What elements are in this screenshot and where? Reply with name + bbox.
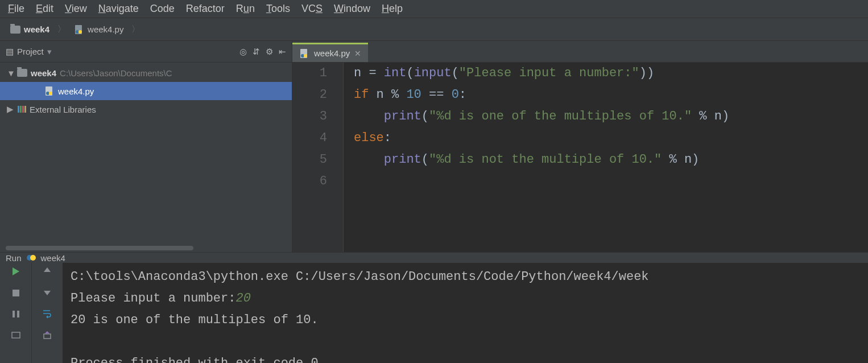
expand-arrow-icon[interactable]: ▶ (7, 104, 14, 114)
run-title: Run (6, 253, 22, 263)
code-text: n % (369, 88, 406, 102)
console-user-input: 20 (235, 291, 250, 306)
console-prompt: Please input a number: (71, 291, 235, 306)
svg-marker-21 (44, 291, 51, 295)
editor-tab-bar: week4.py ✕ (292, 41, 868, 63)
menu-help[interactable]: Help (376, 1, 408, 17)
run-toolbar-secondary (31, 263, 63, 363)
code-text: : (459, 88, 466, 102)
code-content[interactable]: n = int(input("Please input a number:"))… (344, 63, 868, 252)
breadcrumb-folder-label: week4 (24, 24, 49, 34)
pause-icon[interactable] (11, 310, 20, 320)
svg-marker-20 (44, 267, 51, 272)
run-header: Run week4 (0, 253, 868, 263)
up-arrow-icon[interactable] (43, 266, 52, 277)
code-string: "%d is not the multiple of 10." (429, 152, 662, 167)
project-sidebar: ▤ Project ▾ ◎ ⇵ ⚙ ⇤ ▼ week4 C:\Users\Jas… (0, 41, 292, 252)
menu-tools[interactable]: Tools (261, 1, 296, 17)
menu-run[interactable]: Run (230, 1, 261, 17)
breadcrumb: week4 〉 week4.py 〉 (0, 18, 868, 41)
svg-rect-6 (18, 106, 19, 113)
svg-rect-19 (12, 332, 20, 338)
svg-point-12 (304, 54, 307, 57)
collapse-all-icon[interactable]: ⇵ (253, 47, 260, 57)
code-text: == (421, 88, 452, 102)
tree-external-libraries[interactable]: ▶ External Libraries (0, 100, 292, 118)
menu-refactor[interactable]: Refactor (180, 1, 230, 17)
code-builtin: int (384, 66, 407, 80)
console-cmd: C:\tools\Anaconda3\python.exe C:/Users/J… (71, 270, 649, 284)
rerun-icon[interactable] (11, 266, 21, 278)
tree-root-path: C:\Users\Jason\Documents\C (60, 68, 172, 78)
folder-icon (17, 69, 27, 77)
run-config-name: week4 (41, 253, 65, 263)
project-tree[interactable]: ▼ week4 C:\Users\Jason\Documents\C week4… (0, 63, 292, 244)
sidebar-title: Project (17, 47, 44, 56)
menu-edit[interactable]: Edit (30, 1, 59, 17)
close-icon[interactable]: ✕ (354, 49, 361, 58)
scrollbar-thumb[interactable] (6, 246, 193, 250)
tree-root[interactable]: ▼ week4 C:\Users\Jason\Documents\C (0, 64, 292, 82)
code-editor[interactable]: 123456 n = int(input("Please input a num… (292, 63, 868, 252)
breadcrumb-file[interactable]: week4.py (71, 23, 127, 36)
hide-icon[interactable]: ⇤ (279, 47, 286, 57)
code-string: "%d is one of the multiples of 10." (429, 109, 692, 123)
menu-bar: FileEditViewNavigateCodeRefactorRunTools… (0, 0, 868, 18)
locate-icon[interactable]: ◎ (239, 47, 247, 57)
svg-rect-22 (44, 334, 51, 339)
code-keyword: else (354, 131, 384, 145)
svg-marker-15 (13, 267, 19, 275)
code-text: : (384, 131, 391, 145)
run-tool-window: Run week4 (0, 252, 868, 363)
code-text: % n) (692, 109, 729, 123)
code-builtin: print (384, 109, 421, 123)
down-arrow-icon[interactable] (43, 287, 52, 298)
code-text (354, 109, 384, 123)
python-file-icon (74, 24, 84, 35)
editor-tab-week4[interactable]: week4.py ✕ (292, 43, 368, 62)
svg-point-14 (30, 255, 36, 261)
console-output-line: 20 is one of the multiples of 10. (71, 313, 319, 327)
code-keyword: if (354, 88, 369, 102)
tree-file-week4[interactable]: week4.py (0, 82, 292, 100)
dropdown-chevron-icon[interactable]: ▾ (47, 47, 52, 57)
run-body: C:\tools\Anaconda3\python.exe C:/Users/J… (0, 263, 868, 363)
svg-rect-17 (13, 311, 15, 317)
settings-gear-icon[interactable]: ⚙ (266, 47, 273, 57)
project-tool-icon: ▤ (6, 47, 14, 57)
libraries-icon (17, 105, 26, 114)
menu-code[interactable]: Code (144, 1, 180, 17)
export-icon[interactable] (43, 331, 52, 341)
svg-point-5 (49, 92, 52, 95)
tree-root-name: week4 (31, 68, 56, 78)
svg-rect-18 (17, 311, 19, 317)
code-number: 0 (452, 88, 459, 102)
menu-window[interactable]: Window (328, 1, 376, 17)
breadcrumb-file-label: week4.py (88, 24, 123, 34)
console-exit: Process finished with exit code 0 (71, 356, 319, 363)
menu-file[interactable]: File (2, 1, 30, 17)
folder-icon (10, 26, 20, 34)
breadcrumb-folder[interactable]: week4 (7, 23, 53, 35)
svg-rect-16 (13, 290, 19, 296)
menu-vcs[interactable]: VCS (296, 1, 328, 17)
menu-view[interactable]: View (59, 1, 93, 17)
main-area: ▤ Project ▾ ◎ ⇵ ⚙ ⇤ ▼ week4 C:\Users\Jas… (0, 41, 868, 252)
svg-marker-23 (45, 331, 49, 333)
layout-icon[interactable] (11, 331, 20, 341)
run-toolbar-left (0, 263, 31, 363)
python-file-icon (299, 48, 309, 59)
code-builtin: input (414, 66, 452, 80)
sidebar-horizontal-scrollbar[interactable] (0, 244, 292, 252)
menu-navigate[interactable]: Navigate (93, 1, 144, 17)
soft-wrap-icon[interactable] (42, 308, 52, 320)
code-text: n = (354, 66, 384, 80)
svg-rect-7 (20, 106, 22, 113)
code-builtin: print (384, 152, 421, 167)
stop-icon[interactable] (11, 288, 20, 299)
console-output[interactable]: C:\tools\Anaconda3\python.exe C:/Users/J… (63, 263, 868, 363)
expand-arrow-icon[interactable]: ▼ (7, 68, 14, 78)
chevron-right-icon: 〉 (131, 24, 140, 35)
line-gutter: 123456 (292, 63, 344, 252)
editor: week4.py ✕ 123456 n = int(input("Please … (292, 41, 868, 252)
